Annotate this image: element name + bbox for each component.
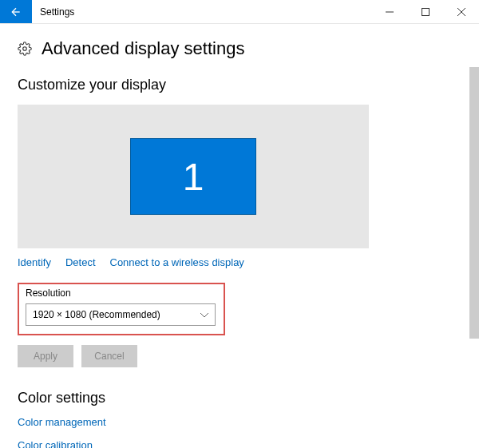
page-title: Advanced display settings [42, 38, 244, 59]
titlebar: Settings [0, 0, 479, 24]
connect-wireless-link[interactable]: Connect to a wireless display [110, 256, 244, 268]
detect-link[interactable]: Detect [65, 256, 96, 268]
maximize-icon [422, 8, 430, 16]
titlebar-spacer [82, 0, 371, 23]
resolution-dropdown[interactable]: 1920 × 1080 (Recommended) [26, 303, 216, 326]
minimize-button[interactable] [371, 0, 407, 23]
svg-point-4 [23, 47, 27, 51]
close-button[interactable] [443, 0, 479, 23]
button-row: Apply Cancel [18, 345, 461, 367]
monitor-1[interactable]: 1 [130, 138, 256, 215]
resolution-label: Resolution [26, 287, 217, 299]
gear-icon [18, 42, 32, 56]
chevron-down-icon [200, 311, 208, 319]
color-calibration-link[interactable]: Color calibration [18, 439, 461, 448]
identify-link[interactable]: Identify [18, 256, 51, 268]
cancel-button[interactable]: Cancel [81, 345, 137, 367]
window-title: Settings [32, 0, 82, 23]
display-actions: Identify Detect Connect to a wireless di… [18, 256, 461, 268]
color-management-link[interactable]: Color management [18, 416, 461, 428]
content-area: Advanced display settings Customize your… [0, 24, 479, 448]
vertical-scrollbar[interactable] [469, 67, 479, 339]
customize-heading: Customize your display [18, 77, 461, 93]
color-settings-heading: Color settings [18, 390, 461, 406]
resolution-value: 1920 × 1080 (Recommended) [33, 309, 160, 320]
resolution-highlight-annotation: Resolution 1920 × 1080 (Recommended) [18, 283, 225, 335]
maximize-button[interactable] [407, 0, 443, 23]
window-controls [371, 0, 479, 23]
minimize-icon [386, 8, 394, 16]
page-header: Advanced display settings [18, 38, 461, 59]
display-preview: 1 [18, 105, 369, 248]
close-icon [457, 8, 465, 16]
back-button[interactable] [0, 0, 32, 23]
monitor-number: 1 [183, 155, 204, 199]
apply-button[interactable]: Apply [18, 345, 73, 367]
back-arrow-icon [10, 6, 22, 18]
svg-rect-1 [422, 8, 429, 15]
